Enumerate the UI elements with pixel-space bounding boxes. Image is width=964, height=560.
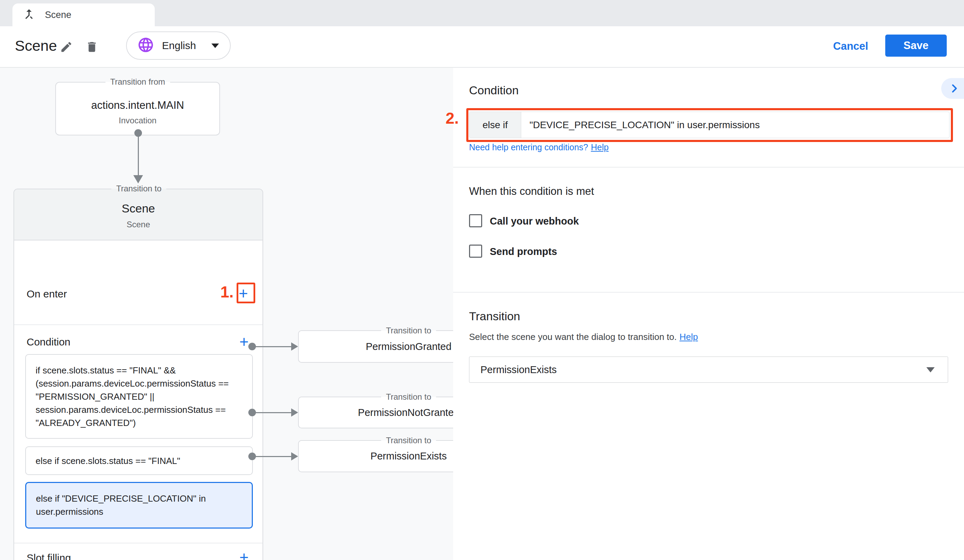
condition-prefix: else if [469,112,521,138]
call-webhook-checkbox[interactable] [469,214,482,227]
condition-item-1[interactable]: if scene.slots.status == "FINAL" && (ses… [25,354,253,439]
transition-description: Select the scene you want the dialog to … [469,332,698,342]
collapse-panel-button[interactable] [941,78,964,99]
condition-expression-input[interactable]: "DEVICE_PRECISE_LOCATION" in user.permis… [521,112,949,138]
connector-line [254,346,292,347]
target-name: PermissionExists [371,451,447,462]
call-webhook-label: Call your webhook [490,216,579,227]
condition-help-line: Need help entering conditions?Help [469,142,609,152]
condition-section-label: Condition [27,336,70,348]
connector-line [138,135,139,175]
arrowhead-right-icon [291,342,298,351]
divider [453,167,964,168]
condition-panel-title: Condition [469,84,519,97]
transition-section-title: Transition [469,309,520,323]
add-condition-button[interactable]: + [239,334,249,350]
slot-filling-label: Slot filling [27,552,71,560]
tab-strip: Scene [0,0,964,26]
condition-expression-row: else if "DEVICE_PRECISE_LOCATION" in use… [469,112,949,138]
globe-icon [137,36,155,55]
arrowhead-down-icon [134,175,143,184]
scene-card-legend: Transition to [111,184,166,194]
add-slot-button[interactable]: + [239,549,249,560]
page-title: Scene [15,37,57,54]
scene-card: Transition to Scene Scene On enter + Con… [13,189,263,560]
target-name: PermissionGranted [366,341,451,352]
on-enter-label: On enter [27,288,67,300]
condition-details-panel: Condition else if "DEVICE_PRECISE_LOCATI… [453,68,964,560]
target-legend: Transition to [381,326,436,335]
scene-card-subtitle: Scene [14,220,262,230]
save-button[interactable]: Save [885,34,947,57]
tab-label: Scene [45,10,72,20]
dropdown-caret-icon [927,367,935,373]
transition-from-legend: Transition from [105,77,170,87]
divider [453,292,964,293]
scene-card-header: Scene Scene [14,189,262,241]
transition-scene-value: PermissionExists [480,364,557,376]
transition-description-text: Select the scene you want the dialog to … [469,332,677,342]
arrowhead-right-icon [291,409,298,417]
pencil-icon [60,41,73,54]
annotation-step-2: 2. [446,109,459,127]
transition-from-node[interactable]: Transition from actions.intent.MAIN Invo… [55,82,220,135]
when-met-title: When this condition is met [469,185,594,198]
condition-item-2[interactable]: else if scene.slots.status == "FINAL" [25,446,253,475]
transition-help-link[interactable]: Help [679,332,698,342]
target-legend: Transition to [381,436,436,445]
send-prompts-label: Send prompts [490,246,557,257]
language-selector[interactable]: English [126,31,231,60]
annotation-step-1: 1. [220,283,233,301]
transition-from-type: Invocation [56,116,219,125]
scene-merge-icon [22,7,36,23]
connector-line [254,456,292,457]
scene-card-title: Scene [14,202,262,215]
delete-scene-button[interactable] [84,39,99,55]
header: Scene English Cancel Save [0,26,964,68]
target-legend: Transition to [381,392,436,402]
condition-help-link[interactable]: Help [591,142,609,152]
condition-help-text: Need help entering conditions? [469,142,588,152]
trash-icon [85,41,98,54]
connector-line [254,412,292,413]
edit-scene-button[interactable] [59,39,74,55]
chevron-right-icon [948,82,961,94]
divider [14,324,262,325]
transition-scene-dropdown[interactable]: PermissionExists [469,357,948,383]
chevron-down-icon [212,44,219,48]
target-name: PermissionNotGranted [358,407,459,418]
tab-scene[interactable]: Scene [13,3,155,26]
condition-item-3-selected[interactable]: else if "DEVICE_PRECISE_LOCATION" in use… [25,482,253,529]
transition-from-intent: actions.intent.MAIN [56,99,219,112]
divider [14,543,262,544]
language-label: English [162,40,196,52]
add-on-enter-button[interactable]: + [239,285,248,301]
send-prompts-checkbox[interactable] [469,244,482,258]
arrowhead-right-icon [291,452,298,461]
cancel-button[interactable]: Cancel [833,40,868,52]
